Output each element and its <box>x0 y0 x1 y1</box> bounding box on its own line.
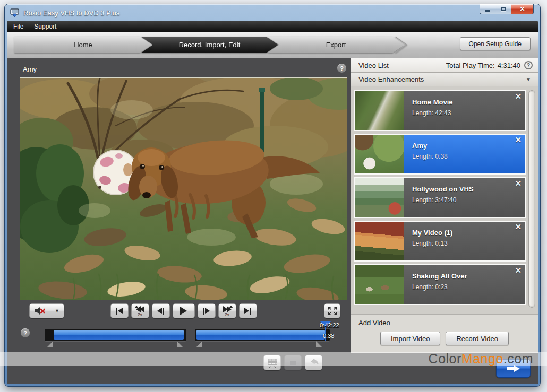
close-button[interactable]: ✕ <box>511 4 534 14</box>
video-list-item[interactable]: Shaking All Over Length: 0:23 ✕ <box>355 265 525 304</box>
play-icon <box>180 307 187 315</box>
timeline-help-icon[interactable]: ? <box>21 328 30 337</box>
app-logo-icon <box>10 8 20 17</box>
maximize-button[interactable] <box>495 4 511 14</box>
video-list-item[interactable]: Home Movie Length: 42:43 ✕ <box>355 91 525 130</box>
app-window: Roxio Easy VHS to DVD 3 Plus ✕ File Supp… <box>5 4 540 386</box>
video-item-title: Hollywood on VHS <box>412 185 519 193</box>
help-icon[interactable]: ? <box>337 64 346 73</box>
video-list-item[interactable]: Hollywood on VHS Length: 3:47:40 ✕ <box>355 178 525 217</box>
menu-bar: File Support <box>7 21 538 32</box>
video-item-length: Length: 42:43 <box>412 109 519 117</box>
timeline: ? 0:42:22 <box>20 321 347 351</box>
tab-home[interactable]: Home <box>14 37 152 53</box>
jump-end-button[interactable] <box>239 303 257 318</box>
video-item-length: Length: 0:13 <box>412 240 519 247</box>
speaker-muted-icon <box>35 307 45 315</box>
video-thumbnail <box>355 222 404 260</box>
fast-forward-2x-button[interactable]: 2x <box>218 303 236 318</box>
video-list-item[interactable]: My Video (1) Length: 0:13 ✕ <box>355 222 525 260</box>
video-list-header: Video List Total Play Time: 4:31:40 ? <box>351 58 538 73</box>
step-forward-button[interactable] <box>198 303 216 318</box>
watermark-text: ColorMango.com <box>429 352 533 365</box>
speed-tick-icon <box>134 306 139 308</box>
remove-video-icon[interactable]: ✕ <box>515 222 522 232</box>
video-enhancements-label: Video Enhancements <box>358 75 424 83</box>
trim-handle[interactable] <box>47 341 53 347</box>
remove-video-icon[interactable]: ✕ <box>515 92 522 101</box>
menu-support[interactable]: Support <box>34 23 56 30</box>
video-list-items: Home Movie Length: 42:43 ✕ Amy Length: 0… <box>351 86 538 314</box>
main-content: Amy ? <box>7 58 538 353</box>
mute-split-button: ▼ <box>29 303 64 318</box>
video-enhancements-bar[interactable]: Video Enhancements ▼ <box>351 73 538 86</box>
video-list-title: Video List <box>358 62 389 69</box>
watermark-band: ColorMango.com <box>0 352 547 366</box>
minimize-button[interactable] <box>480 4 495 14</box>
video-item-meta: Shaking All Over Length: 0:23 ✕ <box>404 265 525 304</box>
scrollbar-thumb[interactable] <box>529 92 534 306</box>
mute-button[interactable] <box>30 304 50 318</box>
step-back-button[interactable] <box>152 303 170 318</box>
video-preview <box>20 77 347 300</box>
record-video-button[interactable]: Record Video <box>446 332 509 345</box>
video-list-help-icon[interactable]: ? <box>524 61 533 69</box>
play-button[interactable] <box>173 303 195 318</box>
remove-video-icon[interactable]: ✕ <box>515 266 522 275</box>
maximize-icon <box>501 7 506 11</box>
rewind-2x-button[interactable]: 2x <box>131 303 149 318</box>
total-play-time-label: Total Play Time: <box>446 62 495 69</box>
video-list-item[interactable]: Amy Length: 0:38 ✕ <box>355 135 525 173</box>
add-video-label: Add Video <box>358 319 531 327</box>
total-play-time-value: 4:31:40 <box>498 62 520 69</box>
video-item-title: Home Movie <box>412 98 519 106</box>
preview-clip-title: Amy <box>23 65 37 73</box>
tab-export[interactable]: Export <box>267 37 405 53</box>
tab-record-import-edit[interactable]: Record, Import, Edit <box>141 37 278 53</box>
timeline-fill-2 <box>196 330 325 340</box>
video-list-scrollbar[interactable] <box>528 90 535 308</box>
video-thumbnail <box>355 265 404 304</box>
nav-tabs: Home Record, Import, Edit Export <box>14 37 408 53</box>
volume-dropdown-button[interactable]: ▼ <box>50 304 64 318</box>
remove-video-icon[interactable]: ✕ <box>515 179 522 188</box>
open-setup-guide-button[interactable]: Open Setup Guide <box>460 37 531 50</box>
trim-handle[interactable] <box>196 341 202 347</box>
video-thumbnail <box>355 178 404 217</box>
nav-bar: Home Record, Import, Edit Export Open Se… <box>7 32 538 58</box>
fullscreen-button[interactable] <box>324 303 340 318</box>
video-item-meta: My Video (1) Length: 0:13 ✕ <box>404 222 525 260</box>
video-item-title: Shaking All Over <box>412 272 519 280</box>
title-bar[interactable]: Roxio Easy VHS to DVD 3 Plus ✕ <box>5 4 540 21</box>
speed-tick-icon <box>229 306 233 308</box>
video-item-length: Length: 0:38 <box>412 153 519 160</box>
trim-handle[interactable] <box>177 341 183 347</box>
timeline-segment-2[interactable] <box>195 329 330 341</box>
video-thumbnail <box>355 135 404 173</box>
trim-handle[interactable] <box>316 341 322 347</box>
video-item-meta: Home Movie Length: 42:43 ✕ <box>404 91 525 130</box>
video-item-title: Amy <box>412 142 519 150</box>
chevron-down-icon: ▼ <box>55 308 59 313</box>
current-time-label: 0:42:22 <box>320 322 339 328</box>
import-video-button[interactable]: Import Video <box>380 332 440 345</box>
menu-file[interactable]: File <box>13 23 23 30</box>
jump-start-button[interactable] <box>110 303 129 318</box>
minimize-icon <box>485 10 490 12</box>
video-item-title: My Video (1) <box>412 229 519 237</box>
video-list-panel: Video List Total Play Time: 4:31:40 ? Vi… <box>351 58 538 353</box>
screenshot-stage: Roxio Easy VHS to DVD 3 Plus ✕ File Supp… <box>0 0 547 392</box>
rewind-speed-label: 2x <box>138 313 142 317</box>
transport-buttons: 2x <box>110 303 257 318</box>
close-icon: ✕ <box>519 5 525 13</box>
fast-forward-speed-label: 2x <box>225 313 229 317</box>
video-thumbnail <box>355 91 404 130</box>
timeline-segment-1[interactable] <box>45 329 186 341</box>
fullscreen-icon <box>328 306 337 316</box>
clip-duration-label: 0:38 <box>323 333 334 339</box>
video-item-length: Length: 0:23 <box>412 283 519 291</box>
chevron-down-icon: ▼ <box>526 76 531 82</box>
playback-controls: ▼ 2x <box>20 303 347 319</box>
video-frame-dog-scene <box>20 78 347 300</box>
remove-video-icon[interactable]: ✕ <box>515 135 522 145</box>
